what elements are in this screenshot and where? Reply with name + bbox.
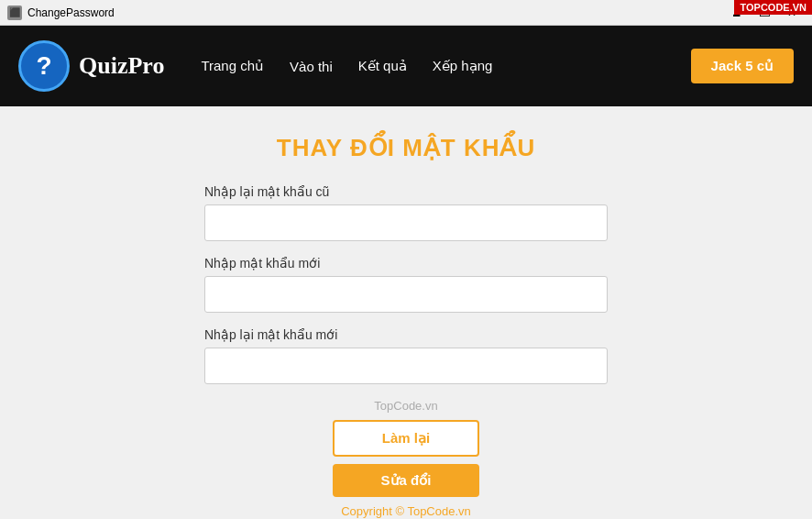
old-password-input[interactable] <box>204 204 608 241</box>
window-title: ChangePassword <box>27 6 115 19</box>
topcode-badge: TOPCODE.VN <box>734 0 812 15</box>
new-password-label: Nhập mật khẩu mới <box>204 256 608 271</box>
submit-button[interactable]: Sửa đổi <box>333 464 479 497</box>
titlebar-left: ⬛ ChangePassword <box>7 6 115 20</box>
app-icon: ⬛ <box>7 6 22 20</box>
logo-area: QuizPro <box>18 40 164 92</box>
nav-ket-qua[interactable]: Kết quả <box>358 58 407 74</box>
old-password-group: Nhập lại mật khẩu cũ <box>204 184 608 241</box>
logo-icon <box>18 40 70 92</box>
old-password-label: Nhập lại mật khẩu cũ <box>204 184 608 199</box>
user-button[interactable]: Jack 5 củ <box>691 49 794 83</box>
nav-vao-thi[interactable]: Vào thi <box>290 59 333 74</box>
watermark: TopCode.vn <box>204 399 608 413</box>
titlebar: ⬛ ChangePassword 🗕 🗖 ✕ <box>0 0 812 26</box>
nav-trang-chu[interactable]: Trang chủ <box>201 58 264 74</box>
logo-text: QuizPro <box>79 52 164 80</box>
confirm-password-label: Nhập lại mật khẩu mới <box>204 327 608 342</box>
footer-copyright: Copyright © TopCode.vn <box>204 504 608 518</box>
page-title: THAY ĐỔI MẬT KHẨU <box>18 134 794 162</box>
reset-button[interactable]: Làm lại <box>333 420 479 457</box>
new-password-input[interactable] <box>204 276 608 313</box>
change-password-form: Nhập lại mật khẩu cũ Nhập mật khẩu mới N… <box>204 184 608 518</box>
main-content: THAY ĐỔI MẬT KHẨU Nhập lại mật khẩu cũ N… <box>0 106 812 519</box>
confirm-password-input[interactable] <box>204 348 608 384</box>
confirm-password-group: Nhập lại mật khẩu mới <box>204 327 608 384</box>
nav-xep-hang[interactable]: Xếp hạng <box>433 58 493 74</box>
app-header: QuizPro Trang chủ Vào thi Kết quả Xếp hạ… <box>0 26 812 106</box>
nav-links: Trang chủ Vào thi Kết quả Xếp hạng Jack … <box>201 49 794 83</box>
new-password-group: Nhập mật khẩu mới <box>204 256 608 313</box>
